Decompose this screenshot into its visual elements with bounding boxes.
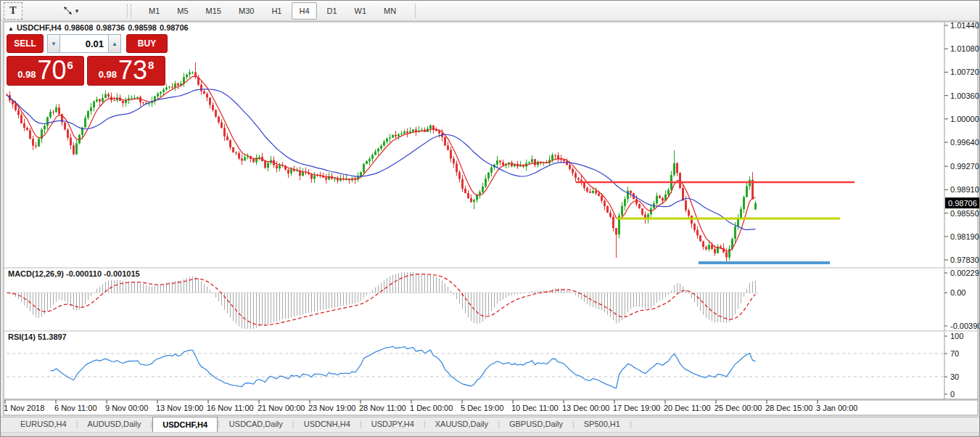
- time-label: 28 Dec 15:00: [765, 404, 812, 412]
- chart-title: ▲USDCHF,H40.986080.987360.985980.98706: [8, 23, 192, 32]
- macd-name: MACD(12,26,9): [8, 269, 64, 278]
- svg-text:1.00000: 1.00000: [950, 115, 979, 123]
- svg-text:30: 30: [950, 372, 959, 381]
- volume-stepper: ▼ 0.01 ▲: [47, 34, 121, 53]
- chart-symbol-label: USDCHF,H4: [17, 23, 62, 32]
- time-label: 3 Jan 00:00: [816, 404, 858, 412]
- tab-GBPUSD-Daily[interactable]: GBPUSD,Daily: [500, 417, 572, 432]
- time-label: 5 Dec 19:00: [461, 404, 503, 412]
- svg-text:0.97830: 0.97830: [950, 256, 979, 264]
- svg-text:0.00: 0.00: [950, 288, 965, 297]
- rsi-indicator-label: RSI(14) 51.3897: [8, 332, 67, 341]
- ohlc-close: 0.98706: [160, 23, 189, 32]
- volume-increase-button[interactable]: ▲: [108, 34, 121, 53]
- time-label: 1 Dec 00:00: [410, 404, 453, 412]
- time-label: 10 Dec 11:00: [511, 404, 559, 412]
- chart-tabs-bar: EURUSD,H4|AUDUSD,Daily|USDCHF,H4|USDCAD,…: [1, 417, 979, 432]
- chart-direction-icon: ▲: [8, 25, 14, 32]
- ohlc-high: 0.98736: [96, 23, 125, 32]
- tab-USDCAD-Daily[interactable]: USDCAD,Daily: [220, 417, 292, 432]
- volume-decrease-button[interactable]: ▼: [47, 34, 60, 53]
- svg-text:1.01440: 1.01440: [950, 21, 979, 30]
- rsi-name: RSI(14): [8, 332, 36, 341]
- tab-USDJPY-H4[interactable]: USDJPY,H4: [362, 417, 424, 432]
- tab-separator: |: [630, 417, 632, 432]
- svg-text:0.98190: 0.98190: [950, 232, 979, 241]
- rsi-value: 51.3897: [38, 332, 67, 341]
- time-label: 16 Nov 11:00: [207, 404, 254, 412]
- svg-text:0.99270: 0.99270: [950, 162, 979, 171]
- buy-button[interactable]: BUY: [126, 34, 168, 53]
- tab-XAUUSD-Daily[interactable]: XAUUSD,Daily: [426, 417, 498, 432]
- time-label: 21 Nov 00:00: [258, 404, 305, 412]
- svg-text:1.00720: 1.00720: [950, 68, 979, 76]
- svg-text:-0.003904: -0.003904: [950, 322, 980, 330]
- ohlc-low: 0.98598: [128, 23, 157, 32]
- sell-price-big: 70: [37, 58, 66, 83]
- tabs-left-spacer: [1, 417, 11, 432]
- time-label: 13 Dec 00:00: [562, 404, 609, 412]
- time-label: 23 Nov 19:00: [308, 404, 355, 412]
- time-label: 17 Dec 19:00: [613, 404, 660, 412]
- time-label: 13 Nov 19:00: [156, 404, 203, 412]
- svg-text:1.01080: 1.01080: [950, 44, 979, 53]
- buy-price-big: 73: [118, 58, 147, 83]
- time-label: 28 Nov 11:00: [359, 404, 406, 412]
- macd-indicator-label: MACD(12,26,9) -0.000110 -0.001015: [8, 269, 140, 278]
- macd-values: -0.000110 -0.001015: [66, 269, 140, 278]
- svg-text:0: 0: [950, 390, 955, 399]
- tab-USDCNH-H4[interactable]: USDCNH,H4: [295, 417, 360, 432]
- time-label: 25 Dec 00:00: [715, 404, 762, 412]
- sell-price-display[interactable]: 0.98 70 6: [7, 56, 84, 86]
- svg-text:70: 70: [950, 349, 959, 358]
- svg-text:0.98550: 0.98550: [950, 209, 979, 218]
- tab-EURUSD-H4[interactable]: EURUSD,H4: [11, 417, 76, 432]
- svg-text:0.98910: 0.98910: [950, 185, 979, 194]
- svg-text:1.00360: 1.00360: [950, 91, 979, 100]
- sell-price-prefix: 0.98: [17, 69, 36, 80]
- svg-text:100: 100: [950, 332, 963, 340]
- volume-input[interactable]: 0.01: [60, 34, 108, 53]
- time-label: 9 Nov 00:00: [105, 404, 148, 412]
- terminal-window: T ▾ M1M5M15M30H1H4D1W1MN 1.014401.010801…: [0, 0, 980, 437]
- buy-price-sup: 8: [148, 59, 154, 71]
- time-label: 6 Nov 11:00: [54, 404, 97, 412]
- tab-SP500-H1[interactable]: SP500,H1: [575, 417, 630, 432]
- sell-price-sup: 6: [67, 59, 73, 71]
- buy-price-prefix: 0.98: [99, 69, 117, 80]
- time-label: 20 Dec 11:00: [664, 404, 711, 412]
- bottom-strip: [1, 432, 979, 437]
- svg-text:0.99640: 0.99640: [950, 138, 979, 147]
- svg-text:0.002297: 0.002297: [950, 269, 980, 277]
- svg-text:0.98706: 0.98706: [948, 199, 977, 208]
- time-label: 1 Nov 2018: [4, 404, 44, 412]
- ohlc-open: 0.98608: [65, 23, 94, 32]
- tab-USDCHF-H4[interactable]: USDCHF,H4: [152, 417, 218, 432]
- tab-AUDUSD-Daily[interactable]: AUDUSD,Daily: [78, 417, 150, 432]
- buy-price-display[interactable]: 0.98 73 8: [87, 56, 165, 86]
- one-click-trade-panel: SELL ▼ 0.01 ▲ BUY 0.98 70 6 0.98 73 8: [7, 34, 168, 86]
- sell-button[interactable]: SELL: [7, 34, 44, 53]
